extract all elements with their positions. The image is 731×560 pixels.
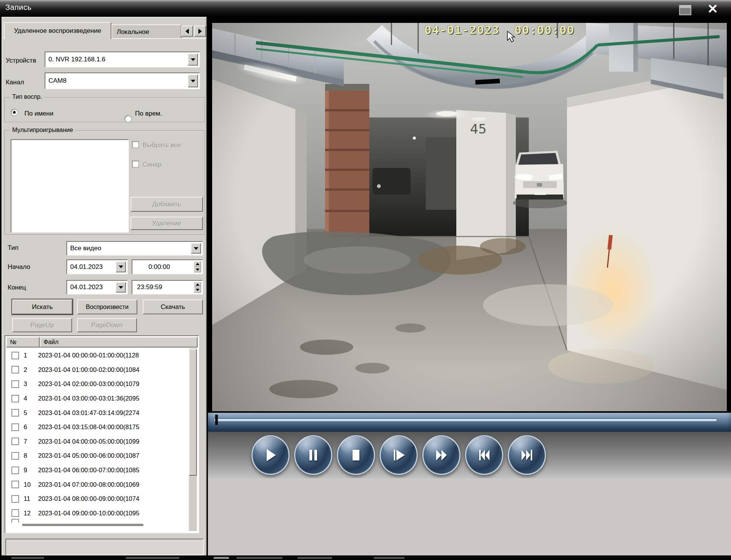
tab-remote-playback[interactable]: Удаленное воспроизведение (4, 22, 111, 39)
row-checkbox[interactable] (11, 467, 19, 474)
tab-scroll-right-icon[interactable] (194, 26, 206, 37)
window-title: Запись (5, 3, 32, 12)
page-down-button[interactable]: PageDown (77, 318, 137, 332)
list-row[interactable]: 1 2023-01-04 00:00:00-01:00:00(1128 (7, 348, 191, 363)
row-number: 11 (24, 495, 37, 502)
start-date-dropdown-icon[interactable] (116, 261, 126, 272)
select-all-label: Выбрать все (143, 140, 181, 151)
channel-combobox[interactable]: CAM8 (45, 72, 200, 89)
multiplay-group: Мультипроигрывание Выбрать все Синхр. До… (5, 130, 204, 235)
row-file: 2023-01-04 07:00:00-08:00:00(1069 (38, 481, 139, 488)
multiplay-listbox[interactable] (11, 139, 129, 233)
play-files-button[interactable]: Воспроизвести (77, 299, 137, 314)
list-row[interactable]: 8 2023-01-04 05:00:00-06:00:00(1087 (7, 449, 191, 463)
stop-button[interactable] (337, 435, 375, 475)
radio-by-time-label: По врем. (135, 108, 162, 119)
row-number: 4 (24, 395, 37, 402)
vertical-scrollbar-thumb[interactable] (189, 349, 197, 476)
row-file: 2023-01-04 03:01:47-03:14:09(2274 (38, 409, 139, 417)
row-checkbox[interactable] (11, 509, 19, 517)
row-checkbox[interactable] (11, 366, 19, 373)
radio-by-time[interactable] (125, 116, 131, 122)
file-list-rows: 1 2023-01-04 00:00:00-01:00:00(1128 2 20… (7, 348, 191, 521)
row-checkbox[interactable] (11, 380, 19, 388)
row-checkbox[interactable] (11, 409, 19, 417)
seek-bar[interactable] (208, 413, 731, 432)
list-row[interactable]: 5 2023-01-04 03:01:47-03:14:09(2274 (7, 406, 191, 420)
end-date-picker[interactable]: 04.01.2023 (66, 280, 128, 294)
add-button[interactable]: Добавить (130, 197, 203, 212)
play-button[interactable] (251, 435, 290, 475)
end-date-dropdown-icon[interactable] (116, 282, 126, 293)
multiplay-title: Мультипроигрывание (10, 127, 75, 134)
vertical-scrollbar[interactable] (189, 348, 197, 531)
play-icon (262, 447, 279, 463)
device-combobox[interactable]: 0. NVR 192.168.1.6 (45, 51, 200, 68)
channel-value: CAM8 (48, 73, 186, 89)
row-file: 2023-01-04 04:00:00-05:00:00(1099 (38, 438, 139, 445)
sync-checkbox[interactable] (132, 161, 139, 167)
end-time-field[interactable]: 23:59:59 (132, 280, 203, 294)
row-checkbox[interactable] (11, 481, 19, 488)
channel-dropdown-icon[interactable] (188, 74, 198, 87)
column-file[interactable]: Файл (40, 337, 198, 348)
end-time-spinner[interactable] (194, 282, 201, 293)
start-date-picker[interactable]: 04.01.2023 (66, 259, 128, 274)
tab-remote-label: Удаленное воспроизведение (14, 27, 101, 35)
row-file: 2023-01-04 00:00:00-01:00:00(1128 (38, 352, 139, 359)
start-date-value: 04.01.2023 (70, 260, 116, 274)
row-checkbox[interactable] (11, 423, 19, 431)
list-row[interactable]: 2 2023-01-04 01:00:00-02:00:00(1084 (7, 363, 191, 377)
seek-track[interactable] (214, 418, 717, 422)
row-checkbox[interactable] (11, 352, 19, 359)
fast-forward-button[interactable] (422, 435, 460, 475)
start-label: Начало (8, 262, 30, 272)
tab-scroll-left-icon[interactable] (181, 26, 193, 37)
pause-button[interactable] (294, 435, 332, 475)
tab-local-playback[interactable]: Локальное (111, 24, 182, 39)
list-row[interactable]: 9 2023-01-04 06:00:00-07:00:00(1085 (7, 463, 191, 478)
seek-handle[interactable] (215, 415, 218, 425)
row-number: 3 (24, 380, 37, 388)
list-row[interactable]: 10 2023-01-04 07:00:00-08:00:00(1069 (7, 477, 191, 492)
remove-button[interactable]: Удаление (130, 217, 203, 230)
start-time-field[interactable]: 0:00:00 (132, 259, 203, 274)
row-checkbox[interactable] (11, 395, 19, 402)
skip-to-start-button[interactable] (465, 435, 503, 475)
skip-to-end-button[interactable] (508, 435, 546, 475)
stop-icon (348, 447, 364, 463)
start-time-spinner[interactable] (194, 261, 201, 272)
row-file: 2023-01-04 06:00:00-07:00:00(1085 (38, 467, 139, 474)
device-dropdown-icon[interactable] (188, 53, 198, 66)
row-number: 10 (24, 481, 37, 488)
download-button[interactable]: Скачать (143, 299, 203, 314)
row-checkbox[interactable] (11, 495, 19, 503)
page-up-button[interactable]: PageUp (12, 318, 72, 332)
horizontal-scrollbar-thumb[interactable] (22, 524, 143, 526)
maximize-icon[interactable] (679, 5, 691, 15)
row-checkbox[interactable] (11, 452, 19, 460)
skip-to-end-icon (518, 447, 535, 463)
type-label: Тип (8, 243, 18, 253)
column-number[interactable]: № (6, 337, 40, 348)
list-row[interactable]: 11 2023-01-04 08:00:00-09:00:00(1074 (7, 492, 191, 506)
row-file: 2023-01-04 02:00:00-03:00:00(1079 (38, 380, 139, 388)
select-all-checkbox[interactable] (132, 141, 139, 148)
video-type-dropdown-icon[interactable] (191, 243, 201, 254)
list-row[interactable]: 6 2023-01-04 03:15:08-04:00:00(8175 (7, 420, 191, 434)
list-row[interactable]: 3 2023-01-04 02:00:00-03:00:00(1079 (7, 377, 191, 391)
list-row[interactable]: 12 2023-01-04 09:00:00-10:00:00(1095 (7, 506, 191, 521)
step-forward-button[interactable] (380, 435, 418, 475)
radio-by-name[interactable] (11, 109, 18, 116)
row-checkbox[interactable] (11, 438, 19, 445)
close-icon[interactable]: ✕ (704, 2, 721, 16)
search-button[interactable]: Искать (12, 299, 72, 314)
status-box (5, 539, 204, 555)
video-type-combobox[interactable]: Все видео (66, 241, 203, 256)
list-row[interactable]: 7 2023-01-04 04:00:00-05:00:00(1099 (7, 434, 191, 449)
row-number: 7 (24, 438, 37, 445)
list-row[interactable]: 4 2023-01-04 03:00:00-03:01:36(2095 (7, 391, 191, 406)
row-number: 8 (24, 452, 37, 459)
playback-panel: Локальное Удаленное воспроизведение Устр… (2, 17, 207, 556)
playback-controls (208, 432, 731, 478)
